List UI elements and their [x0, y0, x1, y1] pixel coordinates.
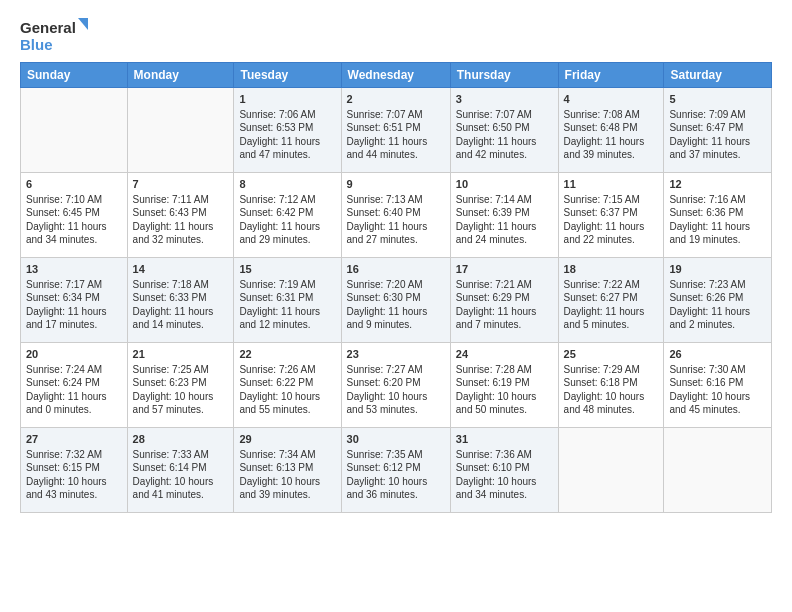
day-header-tuesday: Tuesday: [234, 63, 341, 88]
calendar-cell: 18Sunrise: 7:22 AM Sunset: 6:27 PM Dayli…: [558, 258, 664, 343]
day-info: Sunrise: 7:07 AM Sunset: 6:51 PM Dayligh…: [347, 108, 445, 162]
day-number: 22: [239, 347, 335, 362]
calendar: SundayMondayTuesdayWednesdayThursdayFrid…: [20, 62, 772, 513]
day-info: Sunrise: 7:29 AM Sunset: 6:18 PM Dayligh…: [564, 363, 659, 417]
day-number: 28: [133, 432, 229, 447]
day-info: Sunrise: 7:07 AM Sunset: 6:50 PM Dayligh…: [456, 108, 553, 162]
calendar-header-row: SundayMondayTuesdayWednesdayThursdayFrid…: [21, 63, 772, 88]
day-info: Sunrise: 7:09 AM Sunset: 6:47 PM Dayligh…: [669, 108, 766, 162]
day-info: Sunrise: 7:12 AM Sunset: 6:42 PM Dayligh…: [239, 193, 335, 247]
day-number: 8: [239, 177, 335, 192]
day-number: 25: [564, 347, 659, 362]
svg-text:Blue: Blue: [20, 36, 53, 53]
day-info: Sunrise: 7:32 AM Sunset: 6:15 PM Dayligh…: [26, 448, 122, 502]
day-number: 6: [26, 177, 122, 192]
calendar-cell: 6Sunrise: 7:10 AM Sunset: 6:45 PM Daylig…: [21, 173, 128, 258]
calendar-cell: 15Sunrise: 7:19 AM Sunset: 6:31 PM Dayli…: [234, 258, 341, 343]
calendar-cell: 7Sunrise: 7:11 AM Sunset: 6:43 PM Daylig…: [127, 173, 234, 258]
day-info: Sunrise: 7:14 AM Sunset: 6:39 PM Dayligh…: [456, 193, 553, 247]
day-info: Sunrise: 7:28 AM Sunset: 6:19 PM Dayligh…: [456, 363, 553, 417]
day-info: Sunrise: 7:13 AM Sunset: 6:40 PM Dayligh…: [347, 193, 445, 247]
day-info: Sunrise: 7:19 AM Sunset: 6:31 PM Dayligh…: [239, 278, 335, 332]
day-number: 16: [347, 262, 445, 277]
calendar-cell: 16Sunrise: 7:20 AM Sunset: 6:30 PM Dayli…: [341, 258, 450, 343]
calendar-cell: 30Sunrise: 7:35 AM Sunset: 6:12 PM Dayli…: [341, 428, 450, 513]
day-number: 31: [456, 432, 553, 447]
day-number: 3: [456, 92, 553, 107]
calendar-cell: 1Sunrise: 7:06 AM Sunset: 6:53 PM Daylig…: [234, 88, 341, 173]
day-info: Sunrise: 7:24 AM Sunset: 6:24 PM Dayligh…: [26, 363, 122, 417]
day-info: Sunrise: 7:06 AM Sunset: 6:53 PM Dayligh…: [239, 108, 335, 162]
calendar-cell: 20Sunrise: 7:24 AM Sunset: 6:24 PM Dayli…: [21, 343, 128, 428]
day-number: 30: [347, 432, 445, 447]
calendar-cell: [21, 88, 128, 173]
day-header-wednesday: Wednesday: [341, 63, 450, 88]
day-info: Sunrise: 7:33 AM Sunset: 6:14 PM Dayligh…: [133, 448, 229, 502]
calendar-cell: 25Sunrise: 7:29 AM Sunset: 6:18 PM Dayli…: [558, 343, 664, 428]
day-info: Sunrise: 7:30 AM Sunset: 6:16 PM Dayligh…: [669, 363, 766, 417]
week-row-1: 6Sunrise: 7:10 AM Sunset: 6:45 PM Daylig…: [21, 173, 772, 258]
day-info: Sunrise: 7:17 AM Sunset: 6:34 PM Dayligh…: [26, 278, 122, 332]
day-info: Sunrise: 7:18 AM Sunset: 6:33 PM Dayligh…: [133, 278, 229, 332]
calendar-cell: 21Sunrise: 7:25 AM Sunset: 6:23 PM Dayli…: [127, 343, 234, 428]
day-number: 17: [456, 262, 553, 277]
day-info: Sunrise: 7:22 AM Sunset: 6:27 PM Dayligh…: [564, 278, 659, 332]
page: General Blue SundayMondayTuesdayWednesda…: [0, 0, 792, 523]
day-info: Sunrise: 7:20 AM Sunset: 6:30 PM Dayligh…: [347, 278, 445, 332]
day-number: 5: [669, 92, 766, 107]
week-row-0: 1Sunrise: 7:06 AM Sunset: 6:53 PM Daylig…: [21, 88, 772, 173]
calendar-cell: 19Sunrise: 7:23 AM Sunset: 6:26 PM Dayli…: [664, 258, 772, 343]
calendar-cell: 23Sunrise: 7:27 AM Sunset: 6:20 PM Dayli…: [341, 343, 450, 428]
day-number: 12: [669, 177, 766, 192]
day-number: 19: [669, 262, 766, 277]
day-header-monday: Monday: [127, 63, 234, 88]
calendar-cell: 14Sunrise: 7:18 AM Sunset: 6:33 PM Dayli…: [127, 258, 234, 343]
calendar-cell: 9Sunrise: 7:13 AM Sunset: 6:40 PM Daylig…: [341, 173, 450, 258]
calendar-cell: 17Sunrise: 7:21 AM Sunset: 6:29 PM Dayli…: [450, 258, 558, 343]
day-info: Sunrise: 7:21 AM Sunset: 6:29 PM Dayligh…: [456, 278, 553, 332]
calendar-cell: 2Sunrise: 7:07 AM Sunset: 6:51 PM Daylig…: [341, 88, 450, 173]
day-info: Sunrise: 7:27 AM Sunset: 6:20 PM Dayligh…: [347, 363, 445, 417]
day-number: 2: [347, 92, 445, 107]
day-info: Sunrise: 7:11 AM Sunset: 6:43 PM Dayligh…: [133, 193, 229, 247]
day-info: Sunrise: 7:36 AM Sunset: 6:10 PM Dayligh…: [456, 448, 553, 502]
day-number: 13: [26, 262, 122, 277]
day-info: Sunrise: 7:10 AM Sunset: 6:45 PM Dayligh…: [26, 193, 122, 247]
calendar-cell: [558, 428, 664, 513]
day-number: 18: [564, 262, 659, 277]
week-row-3: 20Sunrise: 7:24 AM Sunset: 6:24 PM Dayli…: [21, 343, 772, 428]
calendar-cell: 29Sunrise: 7:34 AM Sunset: 6:13 PM Dayli…: [234, 428, 341, 513]
calendar-cell: [664, 428, 772, 513]
calendar-cell: [127, 88, 234, 173]
calendar-cell: 27Sunrise: 7:32 AM Sunset: 6:15 PM Dayli…: [21, 428, 128, 513]
day-info: Sunrise: 7:25 AM Sunset: 6:23 PM Dayligh…: [133, 363, 229, 417]
day-info: Sunrise: 7:23 AM Sunset: 6:26 PM Dayligh…: [669, 278, 766, 332]
day-header-thursday: Thursday: [450, 63, 558, 88]
logo: General Blue: [20, 16, 90, 56]
day-number: 1: [239, 92, 335, 107]
day-number: 24: [456, 347, 553, 362]
week-row-2: 13Sunrise: 7:17 AM Sunset: 6:34 PM Dayli…: [21, 258, 772, 343]
header: General Blue: [20, 16, 772, 56]
calendar-cell: 28Sunrise: 7:33 AM Sunset: 6:14 PM Dayli…: [127, 428, 234, 513]
calendar-cell: 13Sunrise: 7:17 AM Sunset: 6:34 PM Dayli…: [21, 258, 128, 343]
calendar-cell: 12Sunrise: 7:16 AM Sunset: 6:36 PM Dayli…: [664, 173, 772, 258]
week-row-4: 27Sunrise: 7:32 AM Sunset: 6:15 PM Dayli…: [21, 428, 772, 513]
day-header-friday: Friday: [558, 63, 664, 88]
svg-text:General: General: [20, 19, 76, 36]
day-number: 21: [133, 347, 229, 362]
calendar-cell: 22Sunrise: 7:26 AM Sunset: 6:22 PM Dayli…: [234, 343, 341, 428]
calendar-cell: 31Sunrise: 7:36 AM Sunset: 6:10 PM Dayli…: [450, 428, 558, 513]
calendar-cell: 11Sunrise: 7:15 AM Sunset: 6:37 PM Dayli…: [558, 173, 664, 258]
day-number: 9: [347, 177, 445, 192]
logo-svg: General Blue: [20, 16, 90, 56]
day-number: 4: [564, 92, 659, 107]
calendar-cell: 10Sunrise: 7:14 AM Sunset: 6:39 PM Dayli…: [450, 173, 558, 258]
day-number: 23: [347, 347, 445, 362]
calendar-cell: 26Sunrise: 7:30 AM Sunset: 6:16 PM Dayli…: [664, 343, 772, 428]
day-header-saturday: Saturday: [664, 63, 772, 88]
day-info: Sunrise: 7:26 AM Sunset: 6:22 PM Dayligh…: [239, 363, 335, 417]
day-number: 14: [133, 262, 229, 277]
day-number: 11: [564, 177, 659, 192]
day-info: Sunrise: 7:35 AM Sunset: 6:12 PM Dayligh…: [347, 448, 445, 502]
